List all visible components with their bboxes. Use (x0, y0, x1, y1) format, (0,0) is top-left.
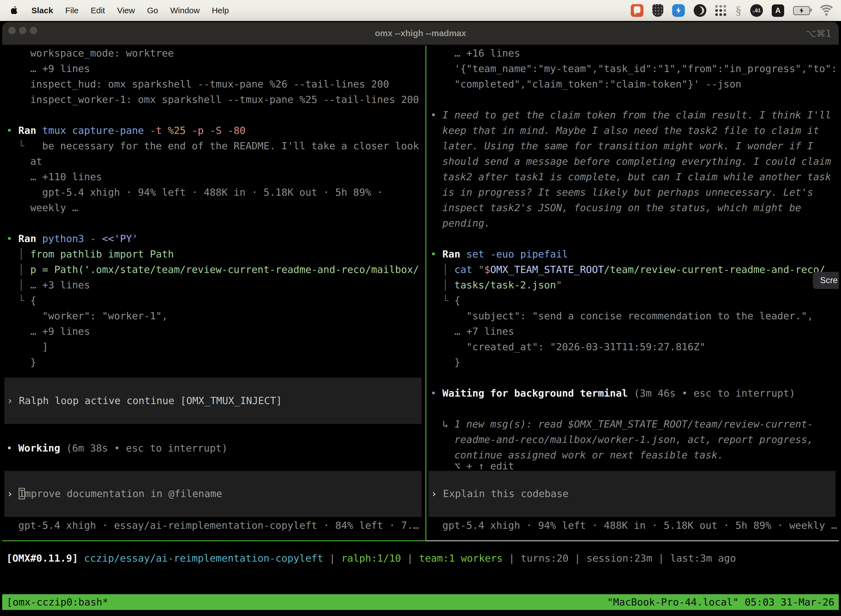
chevron-prompt-icon: › (431, 488, 437, 499)
prompt-input-left[interactable]: › Improve documentation in @filename (4, 471, 422, 517)
window-title: omx --xhigh --madmax (2, 22, 839, 45)
output-line: … +110 lines (6, 169, 102, 185)
shield-grid-icon[interactable] (652, 4, 663, 17)
ralph-status-box: › Ralph loop active continue [OMX_TMUX_I… (4, 378, 422, 424)
menu-item-help[interactable]: Help (206, 6, 235, 15)
output-line: } (431, 355, 460, 370)
working-status-line: • Working (6m 38s • esc to interrupt) (6, 440, 228, 456)
thinking-line: keep that in mind. Maybe I also need the… (431, 123, 819, 138)
output-line: "subject": "send a concise recommendatio… (431, 308, 813, 324)
window-titlebar[interactable]: omx --xhigh --madmax ⌥⌘1 (2, 22, 839, 45)
text-cursor: I (19, 488, 25, 499)
pane-left[interactable]: › Ralph loop active continue [OMX_TMUX_I… (2, 45, 426, 541)
chevron-prompt-icon: › (7, 395, 13, 406)
output-line: └ { (431, 293, 460, 308)
message-line: ↳ 1 new msg(s): read $OMX_TEAM_STATE_ROO… (431, 417, 813, 432)
chevron-prompt-icon: › (7, 488, 13, 499)
output-line: gpt-5.4 xhigh · 94% left · 488K in · 5.1… (6, 185, 383, 200)
output-line: └ be necessary for the end of the README… (6, 138, 419, 154)
screen-tooltip: Scre (813, 272, 839, 289)
prompt-input-right[interactable]: › Explain this codebase (428, 471, 835, 517)
menu-bar: Slack File Edit View Go Window Help § ..… (0, 0, 841, 21)
pane-right[interactable]: › Explain this codebase … +16 lines '{"t… (426, 45, 839, 541)
code-line: │ … +3 lines (6, 277, 90, 293)
terminal-window: omx --xhigh --madmax ⌥⌘1 › Ralph loop ac… (2, 22, 839, 616)
window-shortcut-badge: ⌥⌘1 (806, 22, 832, 45)
code-line: │ cat "$OMX_TEAM_STATE_ROOT/team/review-… (431, 262, 825, 277)
battery-charging-icon[interactable] (793, 6, 810, 15)
wifi-icon[interactable] (819, 5, 834, 16)
code-line: │ from pathlib import Path (6, 246, 174, 262)
thinking-line: pending. (431, 216, 490, 231)
output-line: "created_at": "2026-03-31T11:59:27.816Z" (431, 339, 706, 355)
code-line: │ tasks/task-2.json" (431, 277, 562, 293)
menu-item-file[interactable]: File (59, 6, 84, 15)
output-line: ] (6, 339, 48, 355)
screen: Slack File Edit View Go Window Help § ..… (0, 0, 841, 616)
ran-command-line: • Ran python3 - <<'PY' (6, 231, 138, 246)
omx-status-line: [OMX#0.11.9] cczip/essay/ai-reimplementa… (6, 551, 736, 566)
menu-bar-left: Slack File Edit View Go Window Help (0, 6, 235, 15)
output-line: … +9 lines (6, 324, 90, 339)
output-line: … +16 lines (431, 45, 520, 61)
output-line: "completed","claim_token":"claim-token"}… (431, 76, 741, 92)
tmux-host-clock-label: "MacBook-Pro-44.local" 05:03 31-Mar-26 (607, 594, 834, 610)
thinking-line: • I need to get the claim token from the… (431, 107, 831, 123)
apple-logo-icon[interactable] (11, 6, 18, 15)
code-line: │ p = Path('.omx/state/team/review-curre… (6, 262, 419, 277)
menu-item-slack[interactable]: Slack (25, 6, 59, 15)
menu-item-window[interactable]: Window (164, 6, 206, 15)
output-line: … +7 lines (431, 324, 514, 339)
battery-percent-icon[interactable]: ..61 (750, 4, 763, 17)
waiting-status-line: • Waiting for background terminal (3m 46… (431, 386, 795, 401)
thinking-line: should send a message before completing … (431, 154, 831, 169)
output-line: inspect_worker-1: omx sparkshell --tmux-… (6, 92, 419, 107)
output-line: … +9 lines (6, 61, 90, 76)
menu-item-edit[interactable]: Edit (85, 6, 111, 15)
output-line: weekly … (6, 200, 78, 216)
thinking-line: later. Using the same for transition mig… (431, 138, 813, 154)
message-line: readme-and-reco/mailbox/worker-1.json, a… (431, 432, 813, 447)
input-placeholder-text: Explain this codebase (443, 488, 568, 499)
keyboard-layout-icon[interactable]: A (772, 4, 784, 17)
output-line: "worker": "worker-1", (6, 308, 168, 324)
thinking-line: inspect task2's JSON, focusing on the st… (431, 200, 801, 216)
output-line: inspect_hud: omx sparkshell --tmux-pane … (6, 76, 389, 92)
edit-hint-line: ⌥ + ↑ edit (431, 458, 514, 474)
terminal-content: › Ralph loop active continue [OMX_TMUX_I… (2, 45, 839, 616)
model-status-line: gpt-5.4 xhigh · essay/ai-reimplementatio… (6, 518, 419, 533)
squiggle-icon[interactable]: § (736, 4, 741, 17)
output-line: workspace_mode: worktree (6, 45, 174, 61)
thinking-line: is in progress? It seems likely but perh… (431, 185, 813, 200)
ran-command-line: • Ran set -euo pipefail (431, 246, 568, 262)
ran-command-line: • Ran tmux capture-pane -t %25 -p -S -80 (6, 123, 246, 138)
output-line: at (6, 154, 42, 169)
ralph-status-line: › Ralph loop active continue [OMX_TMUX_I… (7, 393, 282, 408)
output-line: '{"team_name":"my-team","task_id":"1","f… (431, 61, 837, 76)
thinking-line: task2 after task1 is complete, but can I… (431, 169, 831, 185)
dots-grid-icon[interactable] (715, 5, 727, 16)
output-line: └ { (6, 293, 36, 308)
menu-item-go[interactable]: Go (141, 6, 164, 15)
model-status-line: gpt-5.4 xhigh · 94% left · 488K in · 5.1… (431, 518, 837, 533)
dark-crescent-icon[interactable] (694, 4, 706, 17)
input-placeholder-text: mprove documentation in @filename (25, 488, 222, 499)
menu-bar-status-icons: § ..61 A (631, 4, 841, 17)
blue-bolt-icon[interactable] (672, 4, 685, 17)
chat-app-icon[interactable] (631, 4, 643, 17)
tmux-status-bar: [omx-cczip0:bash* "MacBook-Pro-44.local"… (2, 594, 839, 610)
output-line: } (6, 355, 36, 370)
menu-item-view[interactable]: View (111, 6, 141, 15)
tmux-session-label: [omx-cczip0:bash* (7, 594, 108, 610)
